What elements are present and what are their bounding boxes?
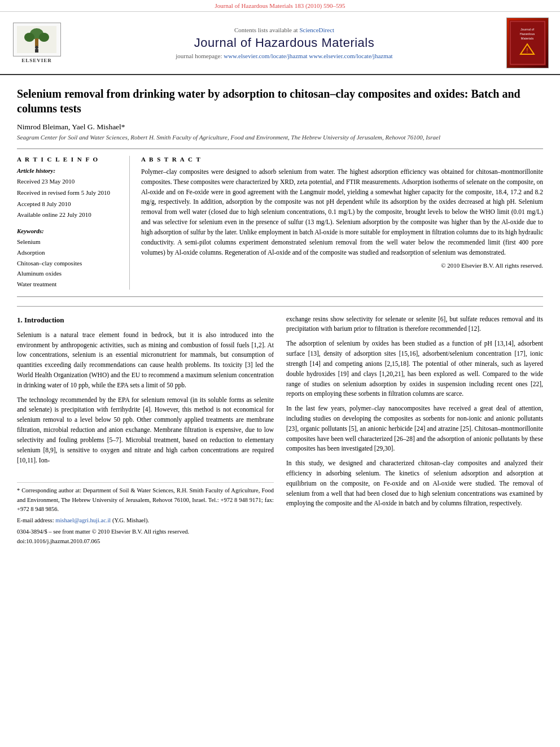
journal-title: Journal of Hazardous Materials	[68, 36, 501, 50]
svg-rect-7	[509, 20, 546, 65]
body-col-left: 1. Introduction Selenium is a natural tr…	[17, 314, 274, 546]
section1-heading: 1. Introduction	[17, 314, 274, 326]
issn-line: 0304-3894/$ – see front matter © 2010 El…	[17, 527, 274, 546]
available-date: Available online 22 July 2010	[17, 209, 120, 221]
svg-rect-4	[35, 38, 38, 46]
footnote-section: * Corresponding author at: Department of…	[17, 482, 274, 525]
keywords-label: Keywords:	[17, 228, 120, 234]
svg-text:!: !	[527, 47, 528, 54]
keyword-2: Adsorption	[17, 247, 120, 258]
journal-header: ELSEVIER Contents lists available at Sci…	[0, 12, 560, 75]
email-owner: (Y.G. Mishael).	[112, 517, 149, 523]
svg-point-5	[35, 46, 38, 49]
revised-date: Received in revised form 5 July 2010	[17, 187, 120, 199]
keywords-list: Selenium Adsorption Chitosan–clay compos…	[17, 237, 120, 289]
footnotes-area: * Corresponding author at: Department of…	[17, 482, 274, 546]
article-affiliation: Seagram Center for Soil and Water Scienc…	[17, 134, 543, 141]
contents-text: Contents lists available at	[234, 27, 299, 33]
email-label: E-mail address:	[17, 517, 55, 523]
doi-text: doi:10.1016/j.jhazmat.2010.07.065	[17, 537, 274, 546]
body-col-right: exchange resins show selectivity for sel…	[286, 314, 543, 546]
article-info-section: A R T I C L E I N F O Article history: R…	[17, 148, 543, 297]
intro-para-2: The technology recommended by the EPA fo…	[17, 395, 274, 466]
article-title: Selenium removal from drinking water by …	[17, 86, 543, 116]
issn-text: 0304-3894/$ – see front matter © 2010 El…	[17, 527, 274, 536]
svg-text:Materials: Materials	[521, 37, 534, 40]
corresponding-author-note: * Corresponding author at: Department of…	[17, 486, 274, 514]
journal-homepage-line: journal homepage: www.elsevier.com/locat…	[68, 53, 501, 59]
abstract-text: Polymer–clay composites were designed to…	[141, 167, 543, 257]
keyword-5: Water treatment	[17, 279, 120, 290]
contents-available-line: Contents lists available at ScienceDirec…	[68, 27, 501, 33]
article-dates: Received 23 May 2010 Received in revised…	[17, 176, 120, 221]
journal-top-bar: Journal of Hazardous Materials 183 (2010…	[0, 0, 560, 12]
journal-cover-image: Journal of Hazardous Materials !	[506, 18, 549, 68]
svg-point-2	[24, 33, 34, 42]
svg-point-3	[39, 33, 49, 42]
col2-para-4: In this study, we designed and character…	[286, 458, 543, 509]
elsevier-wordmark: ELSEVIER	[21, 58, 52, 63]
received-date: Received 23 May 2010	[17, 176, 120, 187]
email-link[interactable]: mishael@agri.huji.ac.il	[55, 517, 111, 523]
article-authors: Nimrod Bleiman, Yael G. Mishael*	[17, 123, 543, 132]
elsevier-logo: ELSEVIER	[11, 23, 62, 63]
article-info-left: A R T I C L E I N F O Article history: R…	[17, 156, 130, 290]
email-note: E-mail address: mishael@agri.huji.ac.il …	[17, 516, 274, 525]
keywords-section: Keywords: Selenium Adsorption Chitosan–c…	[17, 228, 120, 289]
keyword-4: Aluminum oxides	[17, 268, 120, 279]
cover-svg: Journal of Hazardous Materials !	[509, 20, 546, 65]
accepted-date: Accepted 8 July 2010	[17, 199, 120, 210]
article-main: Selenium removal from drinking water by …	[0, 75, 560, 557]
abstract-heading: A B S T R A C T	[141, 156, 543, 163]
journal-header-center: Contents lists available at ScienceDirec…	[68, 27, 501, 59]
body-section: 1. Introduction Selenium is a natural tr…	[17, 306, 543, 546]
journal-citation: Journal of Hazardous Materials 183 (2010…	[215, 2, 345, 9]
homepage-url[interactable]: www.elsevier.com/locate/jhazmat	[224, 53, 307, 59]
article-info-right: A B S T R A C T Polymer–clay composites …	[141, 156, 543, 290]
svg-rect-6	[35, 49, 38, 53]
elsevier-logo-image	[13, 23, 61, 56]
col2-para-1: exchange resins show selectivity for sel…	[286, 314, 543, 335]
col2-para-3: In the last few years, polymer–clay nano…	[286, 404, 543, 454]
authors-text: Nimrod Bleiman, Yael G. Mishael*	[17, 123, 125, 131]
homepage-label: journal homepage:	[176, 53, 222, 59]
keyword-1: Selenium	[17, 237, 120, 247]
keyword-3: Chitosan–clay composites	[17, 258, 120, 269]
svg-text:Hazardous: Hazardous	[520, 32, 535, 36]
intro-para-1: Selenium is a natural trace element foun…	[17, 330, 274, 391]
elsevier-tree-svg	[17, 26, 56, 53]
svg-text:Journal of: Journal of	[520, 28, 535, 31]
body-columns: 1. Introduction Selenium is a natural tr…	[17, 314, 543, 546]
article-info-heading: A R T I C L E I N F O	[17, 156, 120, 163]
copyright-line: © 2010 Elsevier B.V. All rights reserved…	[141, 262, 543, 269]
history-label: Article history:	[17, 167, 120, 174]
sciencedirect-link[interactable]: ScienceDirect	[299, 27, 334, 33]
homepage-url-text[interactable]: www.elsevier.com/locate/jhazmat	[309, 53, 392, 59]
col2-para-2: The adsorption of selenium by oxides has…	[286, 339, 543, 399]
